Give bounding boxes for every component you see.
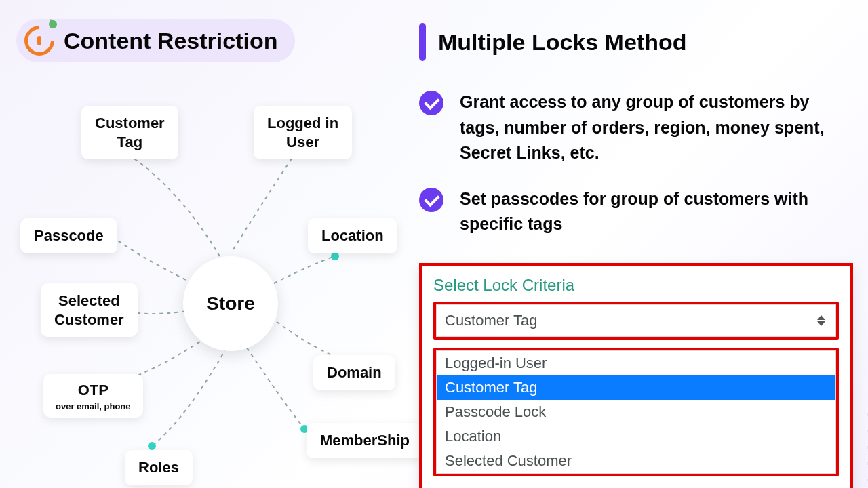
- bullet-text: Set passcodes for group of customers wit…: [460, 186, 840, 237]
- lock-criteria-panel: Select Lock Criteria Customer Tag Logged…: [419, 263, 853, 489]
- check-icon: [419, 91, 443, 115]
- node-domain: Domain: [313, 355, 395, 390]
- node-roles: Roles: [125, 450, 193, 485]
- check-icon: [419, 188, 443, 212]
- option-item[interactable]: Location: [437, 424, 835, 449]
- store-node: Store: [183, 256, 278, 351]
- store-graph: Store Customer Tag Logged in User Passco…: [16, 80, 416, 480]
- store-label: Store: [206, 293, 255, 314]
- panel-label: Select Lock Criteria: [433, 276, 839, 295]
- option-item[interactable]: Customer Tag: [437, 375, 835, 400]
- page-heading: Multiple Locks Method: [438, 29, 686, 56]
- node-passcode: Passcode: [20, 218, 117, 253]
- heading-row: Multiple Locks Method: [419, 23, 853, 61]
- node-logged-in-user: Logged in User: [254, 106, 352, 159]
- node-membership: MemberShip: [307, 423, 423, 458]
- option-item[interactable]: Logged-in User: [437, 351, 835, 375]
- lock-criteria-select[interactable]: Customer Tag: [433, 302, 839, 340]
- node-selected-customer: Selected Customer: [41, 283, 138, 337]
- svg-point-8: [148, 442, 156, 450]
- accent-bar: [419, 23, 426, 61]
- node-location: Location: [308, 218, 397, 253]
- badge-title: Content Restriction: [64, 28, 277, 54]
- select-value: Customer Tag: [445, 312, 538, 329]
- sort-arrows-icon: [817, 315, 825, 326]
- svg-point-3: [331, 252, 339, 260]
- node-otp-label: OTP: [78, 382, 108, 399]
- bullet-item: Set passcodes for group of customers wit…: [419, 186, 840, 237]
- content-restriction-badge: Content Restriction: [16, 19, 295, 62]
- lock-criteria-options: Logged-in UserCustomer TagPasscode LockL…: [433, 348, 839, 476]
- lock-ring-icon: [24, 26, 54, 56]
- node-customer-tag: Customer Tag: [81, 106, 178, 159]
- bullet-item: Grant access to any group of customers b…: [419, 89, 840, 166]
- bullet-text: Grant access to any group of customers b…: [460, 89, 840, 166]
- option-item[interactable]: Selected Customer: [437, 449, 835, 473]
- node-otp-sub: over email, phone: [56, 401, 131, 412]
- option-item[interactable]: Passcode Lock: [437, 400, 835, 424]
- node-otp: OTP over email, phone: [43, 374, 143, 418]
